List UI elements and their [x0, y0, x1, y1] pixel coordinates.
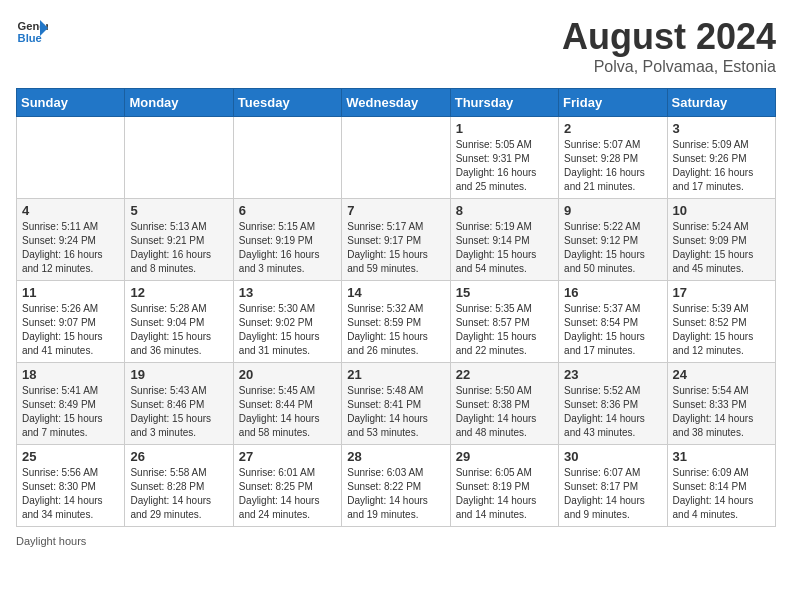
day-number: 15 — [456, 285, 553, 300]
day-info: Sunrise: 5:45 AM Sunset: 8:44 PM Dayligh… — [239, 384, 336, 440]
calendar-cell-3-5: 15Sunrise: 5:35 AM Sunset: 8:57 PM Dayli… — [450, 281, 558, 363]
calendar-cell-4-3: 20Sunrise: 5:45 AM Sunset: 8:44 PM Dayli… — [233, 363, 341, 445]
calendar-cell-4-1: 18Sunrise: 5:41 AM Sunset: 8:49 PM Dayli… — [17, 363, 125, 445]
day-info: Sunrise: 5:37 AM Sunset: 8:54 PM Dayligh… — [564, 302, 661, 358]
day-info: Sunrise: 5:11 AM Sunset: 9:24 PM Dayligh… — [22, 220, 119, 276]
day-number: 19 — [130, 367, 227, 382]
day-info: Sunrise: 5:09 AM Sunset: 9:26 PM Dayligh… — [673, 138, 770, 194]
logo-icon: General Blue — [16, 16, 48, 48]
day-info: Sunrise: 5:19 AM Sunset: 9:14 PM Dayligh… — [456, 220, 553, 276]
calendar-cell-1-6: 2Sunrise: 5:07 AM Sunset: 9:28 PM Daylig… — [559, 117, 667, 199]
calendar-cell-2-5: 8Sunrise: 5:19 AM Sunset: 9:14 PM Daylig… — [450, 199, 558, 281]
calendar-cell-2-4: 7Sunrise: 5:17 AM Sunset: 9:17 PM Daylig… — [342, 199, 450, 281]
calendar-week-1: 1Sunrise: 5:05 AM Sunset: 9:31 PM Daylig… — [17, 117, 776, 199]
day-info: Sunrise: 5:17 AM Sunset: 9:17 PM Dayligh… — [347, 220, 444, 276]
day-number: 13 — [239, 285, 336, 300]
calendar-cell-1-3 — [233, 117, 341, 199]
day-number: 28 — [347, 449, 444, 464]
calendar-week-4: 18Sunrise: 5:41 AM Sunset: 8:49 PM Dayli… — [17, 363, 776, 445]
day-number: 7 — [347, 203, 444, 218]
calendar-cell-5-5: 29Sunrise: 6:05 AM Sunset: 8:19 PM Dayli… — [450, 445, 558, 527]
day-info: Sunrise: 5:35 AM Sunset: 8:57 PM Dayligh… — [456, 302, 553, 358]
col-tuesday: Tuesday — [233, 89, 341, 117]
calendar-cell-5-6: 30Sunrise: 6:07 AM Sunset: 8:17 PM Dayli… — [559, 445, 667, 527]
day-info: Sunrise: 6:05 AM Sunset: 8:19 PM Dayligh… — [456, 466, 553, 522]
calendar-cell-4-5: 22Sunrise: 5:50 AM Sunset: 8:38 PM Dayli… — [450, 363, 558, 445]
calendar-cell-5-2: 26Sunrise: 5:58 AM Sunset: 8:28 PM Dayli… — [125, 445, 233, 527]
day-number: 16 — [564, 285, 661, 300]
day-number: 10 — [673, 203, 770, 218]
col-friday: Friday — [559, 89, 667, 117]
day-info: Sunrise: 5:24 AM Sunset: 9:09 PM Dayligh… — [673, 220, 770, 276]
day-info: Sunrise: 6:01 AM Sunset: 8:25 PM Dayligh… — [239, 466, 336, 522]
day-number: 8 — [456, 203, 553, 218]
calendar-cell-1-7: 3Sunrise: 5:09 AM Sunset: 9:26 PM Daylig… — [667, 117, 775, 199]
title-area: August 2024 Polva, Polvamaa, Estonia — [562, 16, 776, 76]
calendar-cell-1-1 — [17, 117, 125, 199]
col-monday: Monday — [125, 89, 233, 117]
day-number: 30 — [564, 449, 661, 464]
day-number: 6 — [239, 203, 336, 218]
day-number: 22 — [456, 367, 553, 382]
calendar-cell-1-2 — [125, 117, 233, 199]
col-thursday: Thursday — [450, 89, 558, 117]
calendar-cell-3-1: 11Sunrise: 5:26 AM Sunset: 9:07 PM Dayli… — [17, 281, 125, 363]
calendar-cell-4-6: 23Sunrise: 5:52 AM Sunset: 8:36 PM Dayli… — [559, 363, 667, 445]
day-number: 20 — [239, 367, 336, 382]
day-number: 26 — [130, 449, 227, 464]
calendar-cell-4-2: 19Sunrise: 5:43 AM Sunset: 8:46 PM Dayli… — [125, 363, 233, 445]
day-info: Sunrise: 5:22 AM Sunset: 9:12 PM Dayligh… — [564, 220, 661, 276]
day-info: Sunrise: 5:15 AM Sunset: 9:19 PM Dayligh… — [239, 220, 336, 276]
day-info: Sunrise: 5:56 AM Sunset: 8:30 PM Dayligh… — [22, 466, 119, 522]
day-number: 27 — [239, 449, 336, 464]
day-info: Sunrise: 5:13 AM Sunset: 9:21 PM Dayligh… — [130, 220, 227, 276]
day-number: 14 — [347, 285, 444, 300]
day-info: Sunrise: 5:30 AM Sunset: 9:02 PM Dayligh… — [239, 302, 336, 358]
calendar-cell-3-3: 13Sunrise: 5:30 AM Sunset: 9:02 PM Dayli… — [233, 281, 341, 363]
day-number: 23 — [564, 367, 661, 382]
calendar-cell-2-2: 5Sunrise: 5:13 AM Sunset: 9:21 PM Daylig… — [125, 199, 233, 281]
calendar-cell-2-6: 9Sunrise: 5:22 AM Sunset: 9:12 PM Daylig… — [559, 199, 667, 281]
day-number: 21 — [347, 367, 444, 382]
day-info: Sunrise: 5:28 AM Sunset: 9:04 PM Dayligh… — [130, 302, 227, 358]
calendar-cell-1-4 — [342, 117, 450, 199]
day-number: 12 — [130, 285, 227, 300]
calendar-cell-2-7: 10Sunrise: 5:24 AM Sunset: 9:09 PM Dayli… — [667, 199, 775, 281]
day-number: 18 — [22, 367, 119, 382]
calendar-table: Sunday Monday Tuesday Wednesday Thursday… — [16, 88, 776, 527]
logo: General Blue — [16, 16, 48, 48]
day-number: 29 — [456, 449, 553, 464]
day-info: Sunrise: 6:07 AM Sunset: 8:17 PM Dayligh… — [564, 466, 661, 522]
calendar-week-5: 25Sunrise: 5:56 AM Sunset: 8:30 PM Dayli… — [17, 445, 776, 527]
calendar-cell-1-5: 1Sunrise: 5:05 AM Sunset: 9:31 PM Daylig… — [450, 117, 558, 199]
day-info: Sunrise: 5:26 AM Sunset: 9:07 PM Dayligh… — [22, 302, 119, 358]
day-info: Sunrise: 5:43 AM Sunset: 8:46 PM Dayligh… — [130, 384, 227, 440]
svg-text:Blue: Blue — [18, 32, 42, 44]
header: General Blue August 2024 Polva, Polvamaa… — [16, 16, 776, 76]
col-wednesday: Wednesday — [342, 89, 450, 117]
day-number: 2 — [564, 121, 661, 136]
calendar-cell-3-2: 12Sunrise: 5:28 AM Sunset: 9:04 PM Dayli… — [125, 281, 233, 363]
day-info: Sunrise: 5:05 AM Sunset: 9:31 PM Dayligh… — [456, 138, 553, 194]
day-number: 17 — [673, 285, 770, 300]
day-info: Sunrise: 5:54 AM Sunset: 8:33 PM Dayligh… — [673, 384, 770, 440]
calendar-cell-5-7: 31Sunrise: 6:09 AM Sunset: 8:14 PM Dayli… — [667, 445, 775, 527]
day-info: Sunrise: 5:39 AM Sunset: 8:52 PM Dayligh… — [673, 302, 770, 358]
col-sunday: Sunday — [17, 89, 125, 117]
day-number: 3 — [673, 121, 770, 136]
day-number: 4 — [22, 203, 119, 218]
calendar-cell-3-7: 17Sunrise: 5:39 AM Sunset: 8:52 PM Dayli… — [667, 281, 775, 363]
day-info: Sunrise: 5:32 AM Sunset: 8:59 PM Dayligh… — [347, 302, 444, 358]
day-number: 9 — [564, 203, 661, 218]
col-saturday: Saturday — [667, 89, 775, 117]
calendar-cell-4-4: 21Sunrise: 5:48 AM Sunset: 8:41 PM Dayli… — [342, 363, 450, 445]
calendar-cell-5-3: 27Sunrise: 6:01 AM Sunset: 8:25 PM Dayli… — [233, 445, 341, 527]
page-subtitle: Polva, Polvamaa, Estonia — [562, 58, 776, 76]
calendar-cell-5-1: 25Sunrise: 5:56 AM Sunset: 8:30 PM Dayli… — [17, 445, 125, 527]
calendar-header-row: Sunday Monday Tuesday Wednesday Thursday… — [17, 89, 776, 117]
calendar-cell-3-6: 16Sunrise: 5:37 AM Sunset: 8:54 PM Dayli… — [559, 281, 667, 363]
calendar-cell-4-7: 24Sunrise: 5:54 AM Sunset: 8:33 PM Dayli… — [667, 363, 775, 445]
day-info: Sunrise: 5:58 AM Sunset: 8:28 PM Dayligh… — [130, 466, 227, 522]
day-info: Sunrise: 6:09 AM Sunset: 8:14 PM Dayligh… — [673, 466, 770, 522]
day-info: Sunrise: 5:50 AM Sunset: 8:38 PM Dayligh… — [456, 384, 553, 440]
